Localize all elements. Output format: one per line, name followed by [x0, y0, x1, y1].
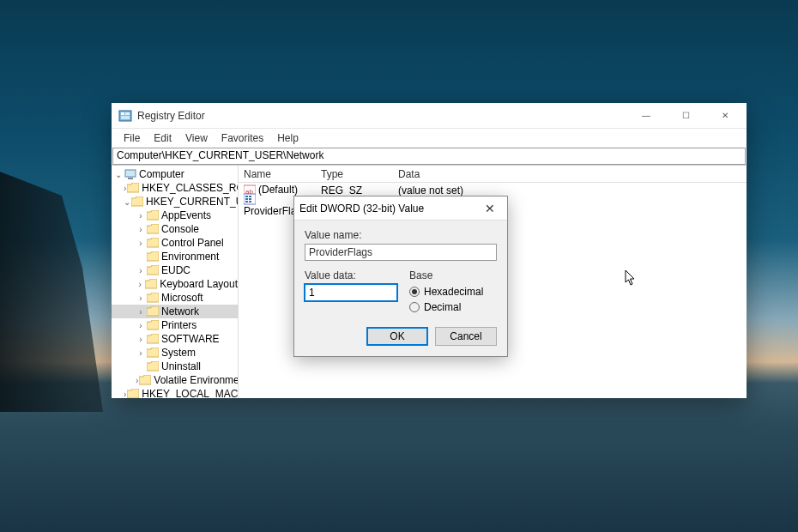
tree-label: Volatile Environment	[154, 374, 239, 386]
svg-rect-10	[249, 196, 251, 197]
tree-item[interactable]: ›System	[112, 346, 238, 360]
tree-hive[interactable]: › HKEY_CLASSES_ROOT	[112, 181, 238, 195]
tree-label: SOFTWARE	[161, 333, 220, 345]
tree-item[interactable]: ›Keyboard Layout	[112, 277, 238, 291]
expand-icon[interactable]: ›	[136, 280, 144, 289]
tree-item[interactable]: ›Microsoft	[112, 291, 238, 305]
titlebar[interactable]: Registry Editor — ☐ ✕	[112, 103, 747, 129]
computer-icon	[124, 169, 136, 179]
tree-label: Environment	[161, 251, 219, 263]
expand-icon[interactable]: ›	[136, 239, 146, 248]
expand-icon[interactable]: ›	[136, 321, 146, 330]
tree-item[interactable]: ›EUDC	[112, 263, 238, 277]
address-bar[interactable]: Computer\HKEY_CURRENT_USER\Network	[112, 148, 746, 165]
folder-icon	[147, 251, 159, 262]
dialog-titlebar[interactable]: Edit DWORD (32-bit) Value ✕	[294, 196, 507, 221]
radio-decimal[interactable]: Decimal	[409, 299, 483, 315]
dialog-close-button[interactable]: ✕	[478, 196, 502, 221]
tree-label: System	[161, 347, 196, 359]
folder-icon	[131, 196, 143, 207]
tree-label: HKEY_LOCAL_MACHINE	[142, 388, 239, 398]
svg-rect-14	[249, 201, 251, 203]
svg-rect-5	[128, 178, 133, 179]
app-icon	[118, 109, 132, 123]
expand-icon[interactable]: ›	[136, 335, 146, 344]
tree-hive[interactable]: ›HKEY_LOCAL_MACHINE	[112, 387, 238, 398]
collapse-icon[interactable]: ⌄	[113, 170, 124, 179]
tree-view[interactable]: ⌄ Computer › HKEY_CLASSES_ROOT ⌄ HKEY_CU…	[112, 166, 239, 398]
value-data-label: Value data:	[305, 269, 397, 281]
tree-item[interactable]: ›Control Panel	[112, 236, 238, 250]
radio-icon	[409, 302, 420, 312]
expand-icon[interactable]: ›	[136, 348, 146, 358]
menubar: File Edit View Favorites Help	[112, 129, 747, 148]
menu-edit[interactable]: Edit	[147, 130, 178, 146]
value-name-field[interactable]	[305, 244, 497, 261]
tree-label: Printers	[161, 319, 196, 331]
tree-hive[interactable]: ⌄ HKEY_CURRENT_USER	[112, 195, 238, 209]
expand-icon[interactable]: ›	[136, 293, 146, 303]
folder-icon	[147, 238, 159, 248]
tree-item[interactable]: ›AppEvents	[112, 209, 238, 222]
expand-icon[interactable]: ›	[136, 376, 138, 385]
value-data: (value not set)	[393, 184, 747, 196]
tree-item[interactable]: ›SOFTWARE	[112, 332, 238, 346]
tree-label: Control Panel	[161, 237, 224, 249]
tree-label: Microsoft	[161, 292, 203, 304]
menu-help[interactable]: Help	[270, 130, 305, 146]
tree-label: Network	[161, 305, 199, 317]
expand-icon[interactable]: ›	[136, 211, 146, 221]
folder-icon	[127, 183, 139, 193]
col-name-header[interactable]: Name	[239, 168, 316, 180]
svg-rect-1	[121, 112, 124, 115]
list-header: Name Type Data	[239, 166, 747, 183]
expand-icon[interactable]: ›	[136, 307, 146, 317]
svg-rect-9	[245, 196, 248, 197]
folder-icon	[147, 361, 159, 372]
tree-item[interactable]: ›Console	[112, 222, 238, 236]
collapse-icon[interactable]: ⌄	[124, 197, 130, 207]
svg-rect-2	[125, 112, 130, 115]
tree-label: EUDC	[161, 264, 190, 276]
minimize-button[interactable]: —	[626, 103, 666, 129]
radio-hexadecimal[interactable]: Hexadecimal	[409, 284, 483, 299]
menu-view[interactable]: View	[178, 130, 215, 146]
window-title: Registry Editor	[137, 110, 626, 122]
ok-button[interactable]: OK	[366, 327, 428, 346]
maximize-button[interactable]: ☐	[666, 103, 705, 129]
col-data-header[interactable]: Data	[393, 168, 747, 180]
tree-item[interactable]: Uninstall	[112, 360, 238, 373]
value-data-field[interactable]	[305, 284, 397, 301]
tree-label: HKEY_CURRENT_USER	[146, 196, 239, 208]
expand-icon[interactable]: ›	[124, 184, 126, 193]
tree-label: Keyboard Layout	[160, 278, 238, 290]
tree-item[interactable]: ›Volatile Environment	[112, 373, 238, 387]
menu-favorites[interactable]: Favorites	[215, 130, 270, 146]
radio-icon	[409, 287, 420, 297]
svg-rect-13	[245, 201, 248, 203]
col-type-header[interactable]: Type	[316, 168, 393, 180]
folder-icon	[147, 320, 159, 330]
tree-label: HKEY_CLASSES_ROOT	[142, 182, 239, 194]
expand-icon[interactable]: ›	[136, 225, 146, 234]
folder-icon	[147, 306, 159, 317]
tree-item[interactable]: Environment	[112, 250, 238, 263]
tree-item-selected[interactable]: ›Network	[112, 305, 238, 318]
tree-root[interactable]: ⌄ Computer	[112, 167, 238, 181]
folder-icon	[147, 265, 159, 275]
menu-file[interactable]: File	[117, 130, 147, 146]
tree-item[interactable]: ›Printers	[112, 318, 238, 332]
tree-label: AppEvents	[161, 209, 211, 221]
expand-icon[interactable]: ›	[124, 390, 126, 399]
close-button[interactable]: ✕	[705, 103, 745, 129]
base-label: Base	[409, 269, 483, 281]
cancel-button[interactable]: Cancel	[435, 327, 497, 346]
svg-rect-3	[121, 116, 130, 119]
expand-icon[interactable]: ›	[136, 266, 146, 275]
folder-icon	[147, 348, 159, 358]
folder-icon	[145, 279, 157, 289]
dialog-title: Edit DWORD (32-bit) Value	[299, 203, 478, 215]
radio-label: Decimal	[424, 301, 461, 313]
folder-icon	[139, 375, 151, 385]
svg-rect-4	[125, 170, 136, 177]
